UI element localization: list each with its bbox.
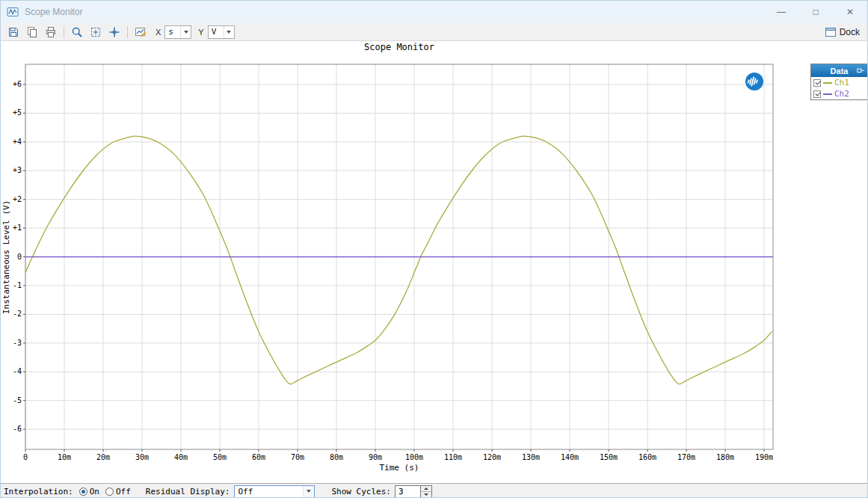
save-button[interactable] — [5, 25, 22, 40]
y-axis-title: Instantaneous Level (V) — [1, 64, 12, 449]
radio-icon — [79, 488, 87, 496]
caret-down-icon — [424, 494, 428, 496]
y-tick-label: -3 — [13, 339, 22, 347]
x-tick-label: 50m — [213, 453, 227, 461]
radio-icon — [105, 488, 114, 496]
zoom-button[interactable] — [69, 25, 85, 40]
x-axis-title: Time (s) — [25, 463, 773, 473]
window-controls: — □ ✕ — [764, 1, 867, 23]
show-cycles-label: Show Cycles: — [331, 487, 390, 497]
maximize-button[interactable]: □ — [798, 1, 833, 23]
x-tick-label: 20m — [96, 453, 110, 461]
close-icon: ✕ — [846, 7, 854, 17]
spin-up-button[interactable] — [421, 486, 431, 492]
x-tick-label: 30m — [135, 453, 149, 461]
toolbar-separator — [127, 26, 128, 38]
app-icon — [7, 6, 19, 18]
x-tick-label: 180m — [716, 453, 734, 461]
dock-label: Dock — [840, 27, 860, 37]
caret-up-icon — [424, 488, 428, 490]
x-tick-label: 90m — [369, 453, 382, 461]
fit-extents-icon — [90, 26, 102, 38]
y-tick-label: 0 — [17, 253, 22, 261]
graph-properties-button[interactable] — [132, 25, 149, 40]
y-tick-label: +1 — [13, 224, 22, 232]
copy-icon — [26, 26, 38, 38]
chevron-down-icon — [303, 486, 314, 497]
legend-checkbox-ch2[interactable] — [813, 90, 821, 98]
y-tick-label: -6 — [13, 425, 22, 433]
interpolation-off-label: Off — [116, 487, 131, 497]
brand-logo-icon — [745, 72, 764, 91]
interpolation-on-label: On — [90, 487, 99, 497]
legend-checkbox-ch1[interactable] — [813, 79, 821, 87]
residual-display-label: Residual Display: — [146, 487, 230, 497]
y-tick-label: +5 — [13, 108, 22, 117]
auto-hide-pin-icon[interactable] — [857, 67, 865, 74]
y-tick-label: +2 — [13, 195, 22, 203]
graph-properties-icon — [135, 26, 147, 38]
spin-down-button[interactable] — [421, 492, 431, 497]
cursor-button[interactable] — [106, 25, 123, 40]
x-tick-label: 80m — [330, 453, 343, 461]
legend-label-ch1: Ch1 — [834, 78, 849, 87]
chevron-down-icon — [180, 26, 191, 38]
interpolation-label: Interpolation: — [4, 487, 73, 497]
window-title: Scope Monitor — [25, 7, 82, 17]
x-tick-label: 140m — [561, 453, 579, 461]
minimize-icon: — — [777, 7, 786, 17]
x-tick-label: 0 — [23, 453, 28, 461]
x-tick-label: 160m — [638, 453, 656, 461]
x-tick-label: 190m — [755, 453, 773, 461]
residual-display-select[interactable]: Off — [234, 485, 315, 498]
y-tick-label: +3 — [13, 166, 22, 174]
dock-button[interactable]: Dock — [825, 27, 860, 37]
x-tick-label: 60m — [252, 453, 265, 461]
toolbar: X s Y V Dock — [1, 23, 867, 41]
magnifier-icon — [71, 26, 83, 38]
copy-button[interactable] — [24, 25, 40, 40]
legend-item-ch2: Ch2 — [811, 88, 867, 99]
y-axis-unit-label: Y — [198, 28, 203, 37]
x-tick-label: 150m — [600, 453, 618, 461]
y-unit-value: V — [209, 27, 224, 37]
scope-monitor-window: Scope Monitor — □ ✕ — [0, 0, 868, 498]
save-icon — [7, 26, 19, 38]
print-button[interactable] — [43, 25, 59, 40]
y-tick-label: +4 — [13, 138, 22, 146]
x-tick-label: 70m — [291, 453, 304, 461]
x-axis-unit-label: X — [156, 28, 161, 37]
spinner-buttons — [420, 485, 432, 498]
interpolation-off-radio[interactable]: Off — [105, 487, 131, 497]
x-tick-label: 130m — [522, 453, 540, 461]
y-unit-combobox[interactable]: V — [208, 25, 235, 39]
fit-to-window-button[interactable] — [87, 25, 104, 40]
print-icon — [45, 26, 57, 38]
x-tick-label: 10m — [58, 453, 71, 461]
show-cycles-input[interactable]: 3 — [395, 485, 420, 498]
y-tick-label: -5 — [13, 396, 22, 405]
legend-header-label: Data — [831, 67, 849, 76]
legend-line-sample-ch1 — [823, 82, 832, 84]
data-legend-panel: Data Ch1 Ch2 — [810, 64, 868, 100]
toolbar-separator — [64, 26, 64, 38]
x-tick-label: 110m — [444, 453, 462, 461]
x-unit-combobox[interactable]: s — [164, 25, 191, 39]
x-unit-value: s — [165, 27, 180, 37]
bottom-control-bar: Interpolation: On Off Residual Display: … — [1, 483, 868, 498]
y-tick-label: -1 — [13, 281, 22, 289]
x-tick-label: 120m — [483, 453, 501, 461]
legend-header[interactable]: Data — [811, 64, 867, 77]
y-tick-label: +6 — [13, 80, 22, 88]
x-tick-label: 40m — [174, 453, 188, 461]
legend-line-sample-ch2 — [823, 93, 832, 95]
chart-area: Scope Monitor 010m20m30m40m50m60m70m80m9… — [1, 41, 868, 483]
x-tick-label: 100m — [405, 453, 423, 461]
scope-plot[interactable]: 010m20m30m40m50m60m70m80m90m100m110m120m… — [1, 41, 868, 483]
minimize-button[interactable]: — — [764, 1, 798, 23]
y-tick-label: -4 — [13, 367, 22, 375]
close-button[interactable]: ✕ — [833, 1, 867, 23]
interpolation-on-radio[interactable]: On — [79, 487, 99, 497]
dock-icon — [825, 27, 837, 37]
window-titlebar: Scope Monitor — □ ✕ — [1, 1, 867, 23]
